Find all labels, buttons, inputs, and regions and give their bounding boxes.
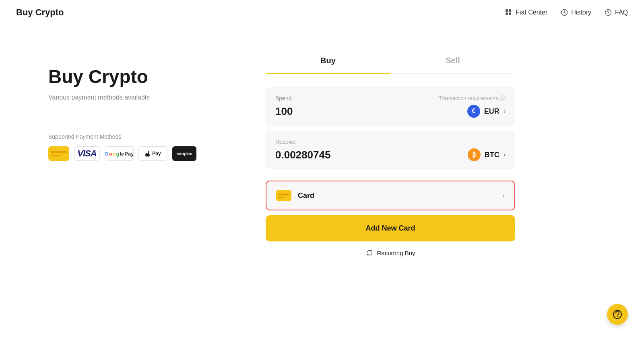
page-title: Buy Crypto xyxy=(16,7,64,18)
grid-icon xyxy=(505,8,513,17)
left-panel: Buy Crypto Various payment methods avail… xyxy=(48,50,242,322)
simplex-payment-logo: simplex xyxy=(172,146,196,161)
card-payment-logo xyxy=(48,146,69,161)
info-icon[interactable]: i xyxy=(500,96,506,101)
svg-point-8 xyxy=(617,316,618,317)
nav-faq[interactable]: ? FAQ xyxy=(604,8,628,17)
left-heading: Buy Crypto xyxy=(48,66,242,87)
main-content: Buy Crypto Various payment methods avail… xyxy=(0,25,644,338)
recurring-icon xyxy=(365,249,374,257)
card-sm-stripe-1 xyxy=(278,193,289,195)
card-icon-small xyxy=(276,190,291,201)
tx-req-label: Transaction requirements i xyxy=(439,95,506,101)
gpay-o: o xyxy=(109,151,112,157)
btc-currency-selector[interactable]: ₿ BTC › xyxy=(468,148,506,161)
eur-icon: € xyxy=(467,105,480,118)
support-button[interactable] xyxy=(607,304,628,325)
gpay-g2: g xyxy=(116,151,120,157)
spend-field-header: Spend Transaction requirements i xyxy=(275,95,506,105)
card-icon xyxy=(48,146,69,161)
eur-currency-selector[interactable]: € EUR › xyxy=(467,105,506,118)
history-icon xyxy=(560,8,568,17)
tab-sell[interactable]: Sell xyxy=(390,50,515,73)
payment-method-row[interactable]: Card › xyxy=(266,181,514,210)
receive-field: Receive 0.00280745 ₿ BTC › xyxy=(266,131,515,169)
card-stripe-2 xyxy=(51,155,60,156)
btc-name: BTC xyxy=(485,151,500,159)
nav-faq-label: FAQ xyxy=(615,9,628,16)
payment-methods-label: Supported Payment Methods xyxy=(48,133,242,140)
btc-icon: ₿ xyxy=(468,148,481,161)
receive-field-row: 0.00280745 ₿ BTC › xyxy=(275,148,506,161)
receive-label: Receive xyxy=(275,139,506,145)
tab-buy[interactable]: Buy xyxy=(266,50,390,73)
question-icon: ? xyxy=(604,8,612,17)
visa-payment-logo: VISA xyxy=(74,146,100,161)
payment-method-name: Card xyxy=(298,191,314,200)
applepay-text: Pay xyxy=(152,151,161,156)
spend-label: Spend xyxy=(275,95,291,102)
payment-logos: VISA G o o g le Pay Pay simpl xyxy=(48,146,242,161)
eur-name: EUR xyxy=(484,107,500,116)
add-card-button[interactable]: Add New Card xyxy=(266,215,515,241)
svg-text:?: ? xyxy=(607,10,610,15)
receive-value: 0.00280745 xyxy=(275,149,330,161)
card-sm-stripe-2 xyxy=(278,197,285,198)
payment-method-left: Card xyxy=(276,190,314,201)
payment-method-card[interactable]: Card › xyxy=(266,181,515,210)
spend-field-row: 100 € EUR › xyxy=(275,105,506,118)
svg-rect-0 xyxy=(506,9,508,12)
gpay-payment-logo: G o o g le Pay xyxy=(105,146,134,161)
header-nav: Fiat Center History ? FAQ xyxy=(505,8,628,17)
simplex-text: simplex xyxy=(177,151,192,156)
recurring-buy-label: Recurring Buy xyxy=(377,250,415,256)
payment-chevron-icon: › xyxy=(502,191,505,200)
recurring-buy[interactable]: Recurring Buy xyxy=(266,249,515,257)
header: Buy Crypto Fiat Center History xyxy=(0,0,644,25)
nav-history-label: History xyxy=(571,9,591,16)
gpay-pay: Pay xyxy=(124,151,134,157)
gpay-o2: o xyxy=(113,151,116,157)
applepay-payment-logo: Pay xyxy=(138,146,167,161)
gpay-g: G xyxy=(105,151,109,157)
left-subtitle: Various payment methods available xyxy=(48,94,242,101)
spend-value[interactable]: 100 xyxy=(275,105,293,118)
spend-field: Spend Transaction requirements i 100 € E… xyxy=(266,87,515,126)
gpay-le: le xyxy=(120,151,124,157)
nav-fiat-center[interactable]: Fiat Center xyxy=(505,8,547,17)
eur-chevron-icon: › xyxy=(504,108,506,115)
nav-history[interactable]: History xyxy=(560,8,591,17)
card-stripe-1 xyxy=(51,151,67,153)
tabs: Buy Sell xyxy=(266,50,515,74)
svg-rect-2 xyxy=(506,12,508,15)
btc-chevron-icon: › xyxy=(504,151,506,158)
visa-text: VISA xyxy=(77,148,96,159)
svg-rect-3 xyxy=(509,12,511,15)
nav-fiat-center-label: Fiat Center xyxy=(516,9,547,16)
svg-rect-1 xyxy=(509,9,511,12)
right-panel: Buy Sell Spend Transaction requirements … xyxy=(266,50,515,322)
